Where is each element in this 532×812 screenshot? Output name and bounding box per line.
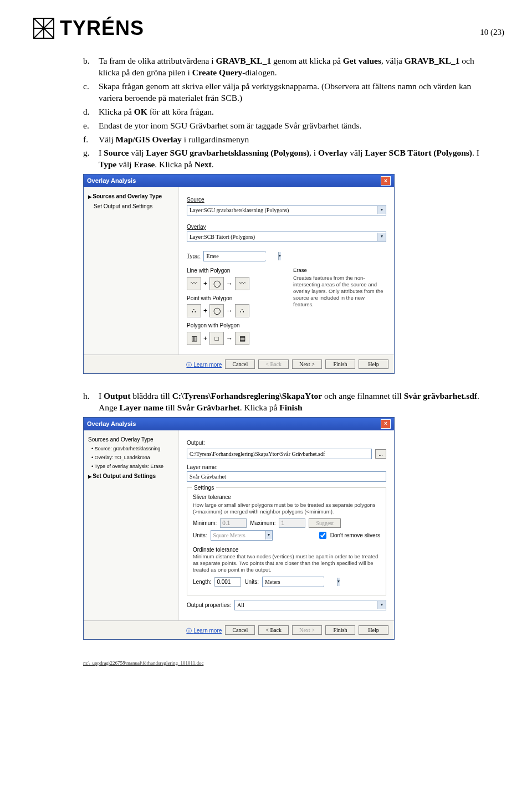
- desc-text: Creates features from the non-intersecti…: [293, 275, 386, 307]
- back-button[interactable]: < Back: [258, 625, 289, 635]
- max-label: Maximum:: [250, 520, 275, 527]
- chevron-down-icon[interactable]: ▾: [377, 206, 386, 214]
- chevron-down-icon[interactable]: ▾: [377, 601, 386, 609]
- result-icon: ▤: [235, 332, 249, 345]
- output-label: Output:: [187, 439, 386, 447]
- source-combo[interactable]: ▾: [187, 205, 386, 215]
- text: Skapa frågan genom att skriva eller välj…: [99, 81, 488, 104]
- units-label: Units:: [193, 532, 207, 539]
- step[interactable]: Sources and Overlay Type: [88, 436, 174, 444]
- chevron-down-icon[interactable]: ▾: [265, 531, 272, 539]
- next-button[interactable]: Next >: [292, 359, 322, 369]
- next-button[interactable]: Next >: [292, 625, 322, 635]
- titlebar[interactable]: Overlay Analysis ×: [84, 174, 394, 187]
- layer-name-input[interactable]: [187, 473, 386, 480]
- cancel-button[interactable]: Cancel: [225, 625, 255, 635]
- footer-path: m:\_uppdrag\226758\manual\förhandsregler…: [83, 660, 488, 666]
- close-icon[interactable]: ×: [381, 176, 391, 186]
- text: . Klicka på: [155, 160, 194, 169]
- learn-more-link[interactable]: Learn more: [186, 359, 222, 369]
- learn-more-link[interactable]: Learn more: [186, 625, 222, 635]
- text: Layer SCB Tätort (Polygons): [365, 148, 472, 157]
- text: -dialogen.: [242, 68, 277, 77]
- step-active[interactable]: Sources and Overlay Type: [88, 193, 174, 201]
- suggest-button[interactable]: Suggest: [309, 518, 341, 528]
- ord-heading: Ordinate tolerance: [193, 546, 380, 554]
- step-active[interactable]: Set Output and Settings: [88, 472, 174, 480]
- polygon-icon: □: [209, 332, 224, 345]
- page-number: 10 (23): [480, 28, 504, 37]
- text: Output: [104, 391, 130, 400]
- output-props-combo[interactable]: ▾: [234, 600, 386, 610]
- step[interactable]: Set Output and Settings: [94, 203, 174, 210]
- type-input[interactable]: [204, 253, 278, 260]
- type-label: Type:: [187, 253, 200, 260]
- list-marker: h.: [83, 390, 99, 414]
- polygon-icon: ◯: [209, 304, 224, 317]
- settings-group: Settings Sliver tolerance How large or s…: [187, 487, 386, 595]
- text: Create Query: [192, 68, 243, 77]
- chevron-down-icon[interactable]: ▾: [337, 578, 340, 586]
- text: välj: [347, 148, 365, 157]
- list-item: d. Klicka på OK för att köra frågan.: [83, 106, 488, 118]
- layer-name-label: Layer name:: [187, 464, 386, 471]
- finish-button[interactable]: Finish: [325, 625, 355, 635]
- checkbox[interactable]: [319, 532, 326, 539]
- output-input[interactable]: [187, 450, 371, 458]
- content: b. Ta fram de olika attributvärdena i GR…: [83, 55, 488, 666]
- back-button[interactable]: < Back: [258, 359, 289, 369]
- text: välj: [116, 160, 134, 169]
- overlay-combo[interactable]: ▾: [187, 232, 386, 242]
- min-input[interactable]: [220, 518, 247, 528]
- overlay-analysis-dialog-1: Overlay Analysis × Sources and Overlay T…: [83, 174, 395, 374]
- list-marker: c.: [83, 81, 99, 104]
- list-item: c. Skapa frågan genom att skriva eller v…: [83, 81, 488, 104]
- units2-label: Units:: [244, 578, 259, 586]
- dont-remove-slivers[interactable]: Don't remove slivers: [317, 530, 380, 541]
- step-sub: Source: gravbarhetsklassning: [91, 445, 174, 452]
- output-path[interactable]: [187, 449, 372, 459]
- length-label: Length:: [193, 578, 211, 586]
- max-input[interactable]: [279, 518, 305, 528]
- list-marker: d.: [83, 106, 99, 118]
- units2-combo[interactable]: ▾: [262, 577, 324, 587]
- text: I: [99, 391, 104, 400]
- text: , i: [309, 148, 318, 157]
- layer-name-field[interactable]: [187, 471, 386, 482]
- text: bläddra till: [130, 391, 172, 400]
- operation-diagram: ∴+◯→∴: [187, 304, 280, 317]
- text: . I: [472, 148, 479, 157]
- source-input[interactable]: [187, 207, 377, 214]
- help-button[interactable]: Help: [359, 625, 388, 635]
- titlebar[interactable]: Overlay Analysis ×: [84, 418, 394, 430]
- browse-button[interactable]: ...: [375, 449, 386, 459]
- overlay-input[interactable]: [187, 233, 377, 240]
- chevron-down-icon[interactable]: ▾: [377, 233, 386, 241]
- step-sub: Type of overlay analysis: Erase: [91, 463, 174, 470]
- settings-legend: Settings: [192, 484, 216, 492]
- finish-button[interactable]: Finish: [325, 359, 355, 369]
- list-item: g. I Source välj Layer SGU gravbarhetskl…: [83, 147, 488, 171]
- text: och ange filnamnet till: [322, 391, 404, 400]
- text: välj: [129, 148, 146, 157]
- text: Get values: [343, 56, 381, 65]
- units-combo[interactable]: ▾: [211, 530, 273, 541]
- help-button[interactable]: Help: [359, 359, 388, 369]
- operation-label: Line with Polygon: [187, 267, 280, 275]
- chevron-down-icon[interactable]: ▾: [278, 252, 281, 260]
- text: i rullgardinsmenyn: [182, 135, 249, 144]
- type-combo[interactable]: ▾: [203, 251, 265, 261]
- length-input[interactable]: [214, 577, 241, 587]
- text: genom att klicka på: [271, 56, 343, 65]
- operation-label: Point with Polygon: [187, 295, 280, 302]
- close-icon[interactable]: ×: [381, 419, 391, 429]
- list-marker: f.: [83, 134, 99, 146]
- operation-label: Polygon with Polygon: [187, 322, 280, 330]
- text: , välja: [381, 56, 405, 65]
- output-props-input[interactable]: [235, 602, 377, 609]
- list-marker: e.: [83, 120, 99, 132]
- text: Overlay: [318, 148, 347, 157]
- units2-input[interactable]: [263, 578, 337, 585]
- polygon-icon: ▥: [187, 332, 201, 345]
- cancel-button[interactable]: Cancel: [225, 359, 255, 369]
